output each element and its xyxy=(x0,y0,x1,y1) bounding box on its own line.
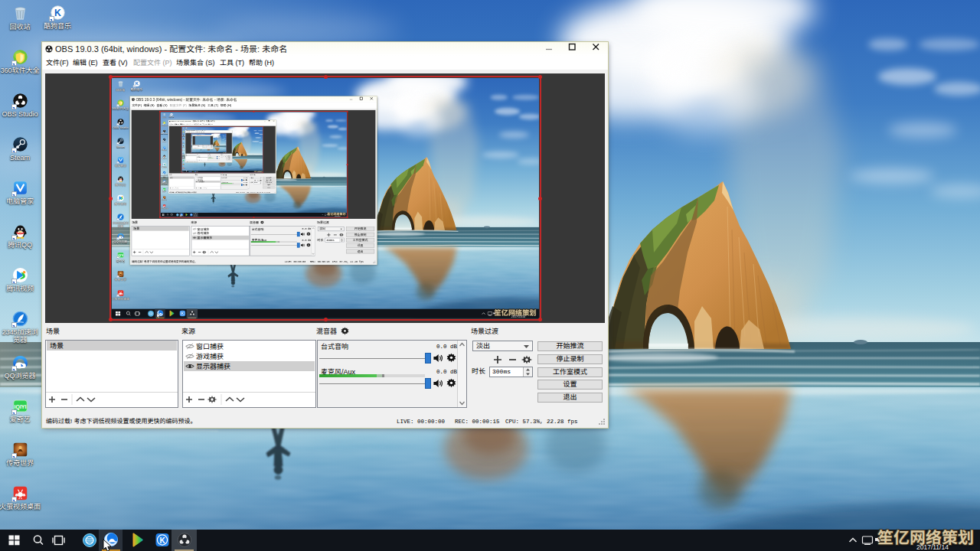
svg-text:K: K xyxy=(54,8,61,18)
svg-text:K: K xyxy=(159,536,165,545)
svg-text:K: K xyxy=(136,81,139,86)
